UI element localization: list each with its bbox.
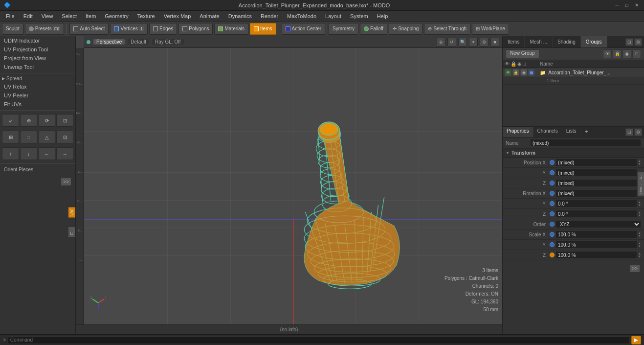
symmetry-button[interactable]: Symmetry [329,23,358,35]
rot-z-dn[interactable]: ▼ [638,214,641,217]
items-icon-1[interactable]: 👁 [603,49,612,58]
props-tab-lists[interactable]: Lists [562,127,581,137]
tab-mesh[interactable]: Mesh ... [525,36,553,47]
menu-item[interactable]: Item [82,12,100,20]
menu-render[interactable]: Render [257,12,282,20]
menu-file[interactable]: File [2,12,19,20]
uv-peeler[interactable]: UV Peeler [0,91,75,100]
perspective-label[interactable]: Perspective [93,39,125,45]
menu-vertex-map[interactable]: Vertex Map [160,12,195,20]
sc-z-dn[interactable]: ▼ [638,255,641,258]
uv-projection-tool[interactable]: UV Projection Tool [0,45,75,54]
command-input[interactable] [8,336,629,344]
uv-relax[interactable]: UV Relax [0,82,75,91]
select-through-button[interactable]: ⊕ Select Through [424,23,470,35]
order-dot[interactable] [550,222,555,227]
fit-uvs[interactable]: Fit UVs [0,100,75,109]
vp-btn-1[interactable]: ⊕ [437,38,445,46]
tab-items[interactable]: Items [503,36,525,47]
tool-btn-11[interactable]: ← [38,147,55,160]
close-button[interactable]: ✕ [633,2,640,9]
presets-button[interactable]: Presets F6 [25,23,64,35]
viewport[interactable]: De... Ob... Me... Ve... E... Po... C... … [76,36,502,334]
menu-maxtomodo[interactable]: MaxToModo [283,12,320,20]
minimize-button[interactable]: ─ [614,2,621,9]
tool-btn-6[interactable]: :: [20,131,37,143]
tool-btn-1[interactable]: ↙ [2,114,19,127]
scale-x-input[interactable] [555,230,637,238]
props-settings-btn[interactable]: ⚙ [634,128,642,136]
spread-label[interactable]: Spread [6,76,22,81]
rotation-z-input[interactable] [555,210,637,218]
run-command-button[interactable]: ▶ [631,336,641,345]
position-y-input[interactable] [555,169,637,177]
vertices-button[interactable]: Vertices 1 [110,23,148,35]
props-tab-channels[interactable]: Channels [533,127,562,137]
ray-gl-label[interactable]: Ray GL: Off [152,39,184,45]
scale-z-input[interactable] [555,251,637,259]
project-from-view[interactable]: Project from View [0,54,75,63]
position-x-dot[interactable] [550,160,555,165]
f-tab[interactable]: F... [68,227,75,237]
vp-btn-4[interactable]: ✦ [469,38,478,46]
side-tab-use[interactable]: Use... [638,182,644,196]
name-input[interactable] [530,139,641,147]
more-button[interactable]: >> [61,178,71,186]
menu-select[interactable]: Select [58,12,81,20]
falloff-button[interactable]: Falloff [360,23,387,35]
auto-select-button[interactable]: Auto Select [69,23,109,35]
props-expand-btn[interactable]: ⊡ [625,128,633,136]
tool-btn-2[interactable]: ⊕ [20,114,37,127]
scale-y-input[interactable] [555,241,637,249]
tool-btn-10[interactable]: ↓ [20,147,37,160]
tool-btn-9[interactable]: ↑ [2,147,19,160]
rotation-z-dot[interactable] [550,211,555,216]
vp-btn-2[interactable]: ↺ [447,38,456,46]
rotation-y-input[interactable] [555,200,637,207]
polygons-button[interactable]: Polygons [178,23,213,35]
side-tab-a[interactable]: A... [638,171,644,182]
menu-layout[interactable]: Layout [321,12,345,20]
tab-settings-btn[interactable]: ⚙ [634,38,642,46]
menu-geometry[interactable]: Geometry [101,12,132,20]
vp-btn-3[interactable]: 🔍 [458,38,467,46]
snapping-button[interactable]: ✛ Snapping [389,23,422,35]
menu-dynamics[interactable]: Dynamics [224,12,256,20]
props-add-tab[interactable]: + [581,127,591,137]
items-icon-2[interactable]: 🔒 [613,49,622,58]
scale-x-dot[interactable] [550,232,555,237]
tab-groups[interactable]: Groups [581,36,607,47]
item-row-group[interactable]: 👁 🔒 ◉ ▦ 📁 Accordion_Toilet_Plunger_... [503,68,644,77]
sculpt-button[interactable]: Sculpt [2,23,23,35]
tool-btn-12[interactable]: → [56,147,73,160]
menu-animate[interactable]: Animate [196,12,223,20]
menu-edit[interactable]: Edit [20,12,37,20]
transform-section[interactable]: ▼ Transform [503,149,644,158]
workplane-button[interactable]: ⊞ WorkPlane [472,23,509,35]
menu-help[interactable]: Help [373,12,392,20]
scale-y-dot[interactable] [550,242,555,247]
order-select[interactable]: XYZ [555,220,641,228]
props-more-button[interactable]: >> [629,264,640,273]
tool-btn-3[interactable]: ⟳ [38,114,55,127]
edges-button[interactable]: Edges [149,23,177,35]
rotation-y-dot[interactable] [550,201,555,206]
materials-button[interactable]: Materials [214,23,248,35]
menu-view[interactable]: View [38,12,57,20]
rotation-x-dot[interactable] [550,191,555,196]
tab-expand-btn[interactable]: ⊡ [625,38,633,46]
scale-z-dot[interactable] [550,253,555,257]
rot-y-dn[interactable]: ▼ [638,204,641,207]
maximize-button[interactable]: □ [623,2,630,9]
items-icon-3[interactable]: ◉ [622,49,631,58]
item-mesh-icon[interactable]: ▦ [528,69,535,76]
item-eye-icon[interactable]: 👁 [505,69,511,76]
position-z-dot[interactable] [550,181,555,185]
default-label[interactable]: Default [128,39,149,45]
position-z-input[interactable] [555,179,637,187]
tool-btn-8[interactable]: ⊡ [56,131,73,143]
rotation-x-input[interactable] [555,189,637,197]
sc-y-dn[interactable]: ▼ [638,245,641,248]
unwrap-tool[interactable]: Unwrap Tool [0,63,75,71]
props-tab-properties[interactable]: Properties [503,127,533,137]
